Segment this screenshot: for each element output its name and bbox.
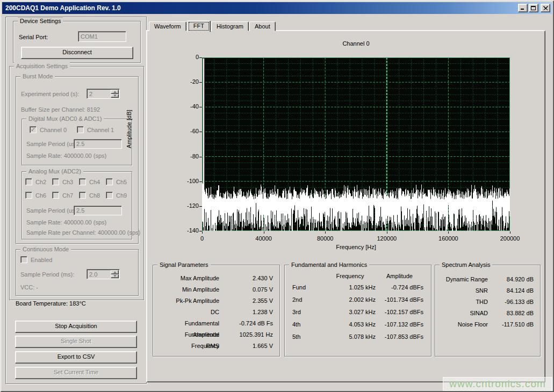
focus-rect [189, 22, 209, 31]
experiment-period-label: Experiment period (s): [21, 91, 79, 97]
harmonic-frequency: 1.025 kHz [325, 281, 376, 294]
tab-waveform[interactable]: Waveform [149, 21, 186, 31]
spectrum-row: THD-96.133 dB [435, 296, 540, 308]
harmonic-amplitude: -0.724 dBFs [376, 281, 423, 294]
left-settings-panel: Device Settings Serial Port: Disconnect … [5, 17, 147, 384]
harmonic-name: Fund [292, 281, 325, 294]
harmonics-row: 3rd3.027 kHz-102.157 dBFs [285, 306, 431, 318]
device-settings-title: Device Settings [18, 17, 63, 25]
param-label: Fundamental Frequency [160, 329, 219, 340]
board-temperature-text: Board Temperature: 183°C [16, 300, 86, 307]
tab-about[interactable]: About [249, 21, 276, 31]
disconnect-button[interactable]: Disconnect [21, 47, 133, 59]
digital-sample-period-input[interactable] [74, 139, 122, 149]
signal-parameters-group: Signal Parameters Max Amplitude2.430 V M… [153, 265, 280, 357]
spectrum-analysis-group: Spectrum Analysis Dynamic Range84.920 dB… [435, 265, 541, 357]
export-to-csv-button[interactable]: Export to CSV [15, 351, 137, 364]
set-current-time-button[interactable]: Set Current Time [15, 367, 137, 379]
tab-fft[interactable]: FFT [187, 20, 211, 32]
x-axis-tick [448, 231, 449, 234]
experiment-period-stepper[interactable] [87, 89, 120, 99]
ch5-checkbox[interactable]: ✓Ch5 [106, 178, 127, 185]
spectrum-label: THD [442, 296, 488, 308]
title-bar[interactable]: 200CDAQ1 Demo Application Rev. 1.0 [2, 2, 552, 14]
checkbox-icon: ✓ [77, 126, 84, 133]
spin-down-icon[interactable] [111, 274, 119, 279]
stop-acquisition-button[interactable]: Stop Acquisition [15, 321, 137, 333]
x-axis-tick-label: 200000 [494, 235, 526, 242]
spin-up-icon[interactable] [111, 90, 119, 94]
tab-histogram[interactable]: Histogram [211, 21, 249, 31]
analog-sample-rate-per-channel-text: Sample Rate per Channel: 400000.00 (sps) [26, 229, 140, 236]
signal-parameter-row: Pk-Pk Amplitude2.355 V [153, 295, 279, 307]
y-axis-tick-label: -120 [177, 202, 199, 209]
harmonic-frequency: 4.053 kHz [325, 318, 376, 331]
y-axis-tick-label: -140 [177, 227, 199, 234]
chart-title: Channel 0 [202, 40, 510, 47]
harmonics-row: 4th4.053 kHz-107.132 dBFs [285, 318, 431, 331]
ch3-label: Ch3 [62, 179, 73, 185]
x-axis-tick [264, 231, 264, 234]
y-axis-title: Amplitude [dB] [125, 140, 211, 148]
y-axis-tick-label: -60 [177, 128, 199, 134]
spectrum-value: -96.133 dB [488, 296, 534, 308]
ch8-checkbox[interactable]: ✓Ch8 [79, 192, 100, 199]
continuous-mode-title: Continuous Mode [20, 245, 71, 253]
y-axis-tick-label: -80 [177, 153, 199, 159]
signal-parameter-row: Min Amplitude0.075 V [153, 284, 279, 295]
checkbox-icon: ✓ [25, 178, 32, 185]
ch9-label: Ch9 [116, 192, 127, 199]
spin-up-icon[interactable] [111, 270, 119, 274]
ch3-checkbox[interactable]: ✓Ch3 [52, 178, 73, 185]
device-settings-group: Device Settings Serial Port: Disconnect [13, 21, 141, 63]
channel1-checkbox[interactable]: ✓ Channel 1 [77, 126, 114, 133]
single-shot-button[interactable]: Single Shot [15, 336, 137, 348]
y-axis-tick-label: -40 [177, 103, 199, 110]
close-button[interactable] [541, 4, 550, 12]
burst-mode-title: Burst Mode [20, 72, 55, 80]
spectrum-label: SNR [442, 285, 488, 296]
param-label: Fundamental Amplitude [160, 318, 219, 329]
continuous-sample-period-stepper[interactable] [87, 269, 120, 279]
ch6-checkbox[interactable]: ✓Ch6 [25, 192, 46, 199]
x-axis-tick [325, 231, 326, 234]
checkbox-icon: ✓ [79, 192, 86, 199]
spectrum-value: 84.920 dB [488, 274, 534, 285]
minimize-button[interactable] [518, 4, 528, 12]
y-axis-tick [199, 182, 202, 182]
param-label: DC [160, 307, 219, 318]
maximize-button[interactable] [529, 4, 538, 12]
param-value: -0.724 dB Fs [219, 318, 273, 329]
harmonic-amplitude: -101.734 dBFs [376, 294, 423, 306]
param-value: 1.238 V [219, 307, 273, 318]
ch7-checkbox[interactable]: ✓Ch7 [52, 192, 73, 199]
x-axis-title: Frequency [Hz] [202, 244, 510, 250]
spectrum-value: 83.882 dB [488, 308, 534, 319]
spectrum-value: -117.510 dB [488, 319, 534, 330]
analog-mux-group: Analog Mux (ADC2) ✓Ch2 ✓Ch3 ✓Ch4 ✓Ch5 ✓C… [21, 171, 132, 239]
window-title: 200CDAQ1 Demo Application Rev. 1.0 [2, 4, 518, 12]
harmonic-amplitude: -102.157 dBFs [376, 306, 423, 318]
ch2-checkbox[interactable]: ✓Ch2 [25, 178, 46, 185]
enabled-label: Enabled [31, 257, 52, 263]
signal-parameter-row: DC1.238 V [153, 307, 279, 318]
ch9-checkbox[interactable]: ✓Ch9 [106, 192, 127, 199]
analog-sample-period-input[interactable] [74, 206, 122, 215]
param-label: Max Amplitude [160, 273, 219, 284]
spectrum-row: SINAD83.882 dB [435, 308, 540, 319]
checkbox-icon: ✓ [79, 178, 86, 185]
channel0-checkbox[interactable]: ✓ Channel 0 [30, 126, 67, 133]
x-axis-tick-label: 40000 [248, 235, 280, 242]
watermark: www.cntronics.com [443, 377, 552, 391]
burst-mode-group: Burst Mode Experiment period (s): Buffer… [16, 76, 139, 244]
maximize-icon [531, 5, 536, 11]
y-axis-tick [199, 132, 202, 132]
ch4-checkbox[interactable]: ✓Ch4 [79, 178, 100, 185]
enabled-checkbox[interactable]: ✓ Enabled [20, 256, 52, 263]
app-window: 200CDAQ1 Demo Application Rev. 1.0 Devic… [0, 0, 554, 392]
serial-port-input[interactable] [78, 31, 126, 42]
spectrum-value: 84.124 dB [488, 285, 534, 296]
y-axis-tick [199, 157, 202, 157]
spin-down-icon[interactable] [111, 94, 119, 98]
spectrum-analysis-title: Spectrum Analysis [440, 261, 492, 268]
